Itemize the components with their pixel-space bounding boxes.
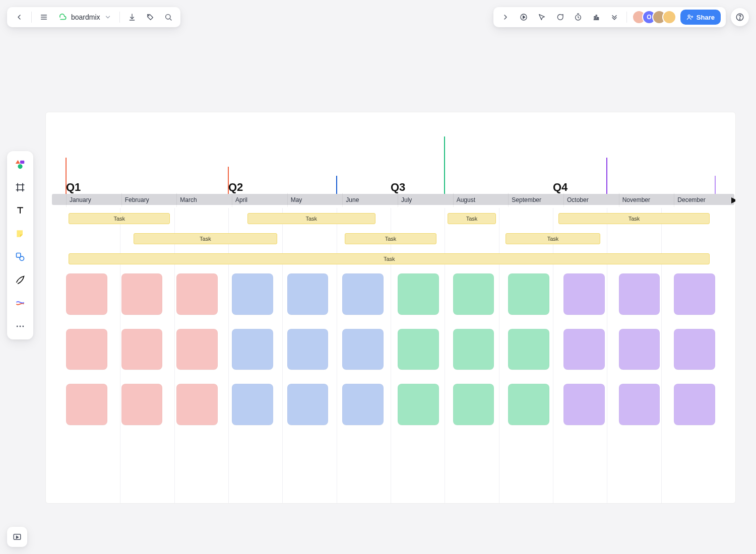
sticky-card[interactable] (66, 384, 107, 425)
minimap-button[interactable] (7, 527, 27, 547)
menu-button[interactable] (37, 10, 51, 24)
expand-button[interactable] (498, 10, 513, 24)
sticky-card[interactable] (342, 273, 384, 315)
month-label: December (674, 193, 729, 207)
sticky-card[interactable] (232, 329, 273, 370)
avatar[interactable] (662, 10, 676, 24)
present-button[interactable] (517, 10, 531, 24)
shape-tool[interactable] (11, 248, 29, 266)
connector-tool[interactable] (11, 294, 29, 312)
download-button[interactable] (125, 10, 139, 24)
left-toolbar (7, 151, 33, 339)
task-bar[interactable]: Task (345, 233, 436, 244)
sticky-card[interactable] (121, 384, 163, 425)
frame-tool[interactable] (11, 178, 29, 196)
minimap-icon (13, 532, 22, 541)
sticky-card[interactable] (176, 273, 218, 315)
sticky-card[interactable] (398, 384, 439, 425)
task-bar[interactable]: Task (247, 213, 375, 224)
tag-button[interactable] (143, 10, 157, 24)
sticky-card[interactable] (619, 273, 660, 315)
sticky-card[interactable] (563, 273, 605, 315)
sticky-card[interactable] (121, 273, 163, 315)
vote-button[interactable] (589, 10, 603, 24)
sticky-card[interactable] (121, 329, 163, 370)
sticky-tool[interactable] (11, 225, 29, 243)
month-label: June (342, 193, 398, 207)
sticky-card[interactable] (232, 384, 273, 425)
task-bar[interactable]: Task (69, 253, 710, 264)
sticky-card[interactable] (619, 384, 660, 425)
share-button[interactable]: Share (680, 10, 721, 25)
cloud-sync-icon (58, 13, 67, 22)
pen-tool[interactable] (11, 271, 29, 289)
chart-icon (592, 13, 600, 21)
cards-grid (66, 273, 715, 425)
sticky-card[interactable] (453, 273, 494, 315)
tag-icon (146, 13, 154, 21)
task-bar[interactable]: Task (134, 233, 277, 244)
sticky-card[interactable] (674, 329, 715, 370)
sticky-card[interactable] (563, 329, 605, 370)
svg-line-5 (170, 19, 171, 20)
sticky-card[interactable] (66, 273, 107, 315)
text-icon (15, 205, 25, 216)
sticky-card[interactable] (619, 329, 660, 370)
task-bar[interactable]: Task (448, 213, 496, 224)
chevron-left-icon (15, 13, 23, 21)
quarter-label: Q1 (66, 181, 228, 194)
svg-point-4 (165, 15, 170, 19)
share-label: Share (697, 14, 715, 21)
top-left-toolbar: boardmix (7, 7, 180, 27)
task-bar[interactable]: Task (506, 233, 601, 244)
sticky-card[interactable] (342, 329, 384, 370)
more-tool[interactable] (11, 317, 29, 335)
sticky-card[interactable] (342, 384, 384, 425)
svg-point-3 (148, 15, 149, 16)
sticky-card[interactable] (287, 384, 329, 425)
sticky-card[interactable] (453, 384, 494, 425)
back-button[interactable] (12, 10, 26, 24)
month-label: January (66, 193, 121, 207)
sticky-card[interactable] (508, 273, 549, 315)
milestone-label: Milestone (340, 165, 367, 172)
svg-rect-20 (17, 253, 21, 257)
sticky-card[interactable] (287, 273, 329, 315)
sticky-card[interactable] (232, 273, 273, 315)
sticky-card[interactable] (176, 384, 218, 425)
sticky-card[interactable] (398, 329, 439, 370)
templates-tool[interactable] (11, 155, 29, 173)
sticky-card[interactable] (508, 329, 549, 370)
hamburger-icon (40, 13, 48, 21)
sticky-card[interactable] (398, 273, 439, 315)
collaborator-avatars[interactable]: O (632, 10, 676, 24)
month-label: September (508, 193, 563, 207)
milestone-label: Milestone (718, 165, 736, 172)
svg-rect-11 (598, 18, 599, 19)
sticky-card[interactable] (563, 384, 605, 425)
comment-button[interactable] (553, 10, 567, 24)
chevrons-down-icon (610, 13, 618, 21)
task-bar[interactable]: Task (69, 213, 170, 224)
timer-button[interactable] (571, 10, 585, 24)
sticky-card[interactable] (674, 384, 715, 425)
search-icon (164, 13, 172, 21)
task-bar[interactable]: Task (558, 213, 710, 224)
search-button[interactable] (161, 10, 175, 24)
more-tools-button[interactable] (607, 10, 621, 24)
sticky-card[interactable] (453, 329, 494, 370)
sticky-card[interactable] (176, 329, 218, 370)
divider (31, 12, 32, 23)
sticky-card[interactable] (508, 384, 549, 425)
pen-icon (15, 275, 25, 285)
month-label: August (453, 193, 509, 207)
help-button[interactable] (731, 8, 749, 26)
board-canvas[interactable]: MilestoneMilestoneMilestoneMilestoneMile… (45, 112, 736, 504)
board-title-dropdown[interactable]: boardmix (55, 13, 114, 22)
cursor-button[interactable] (535, 10, 549, 24)
sticky-card[interactable] (66, 329, 107, 370)
text-tool[interactable] (11, 201, 29, 220)
sticky-card[interactable] (674, 273, 715, 315)
sticky-card[interactable] (287, 329, 329, 370)
help-icon (735, 13, 744, 22)
